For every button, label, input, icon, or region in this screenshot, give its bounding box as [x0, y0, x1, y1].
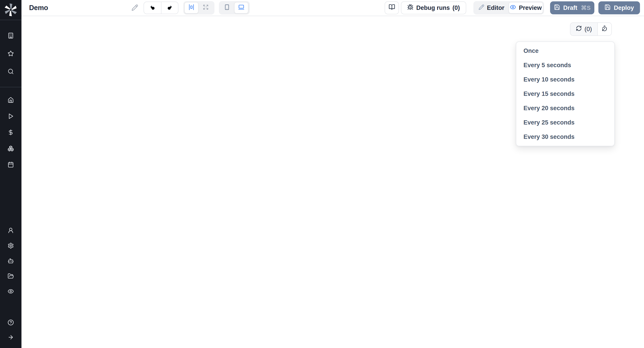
sidebar-group-bottom — [0, 315, 22, 345]
sidebar-group-main — [0, 87, 22, 173]
menu-item-every-30s[interactable]: Every 30 seconds — [516, 130, 614, 144]
sidebar-expand-button[interactable] — [0, 330, 22, 345]
menu-item-every-5s[interactable]: Every 5 seconds — [516, 58, 614, 72]
draft-shortcut: ⌘S — [581, 5, 590, 12]
bot-icon — [8, 258, 14, 265]
refresh-count: (0) — [584, 26, 592, 33]
pencil-icon — [132, 4, 138, 12]
eye-icon — [510, 4, 516, 12]
sidebar-item-users[interactable] — [0, 223, 22, 238]
sidebar-group-workspace — [0, 20, 22, 87]
sidebar-item-folders[interactable] — [0, 269, 22, 284]
editor-tab[interactable]: Editor — [474, 2, 508, 14]
pencil-icon — [478, 4, 484, 12]
star-icon — [8, 50, 14, 57]
schedule-dropdown-menu: Once Every 5 seconds Every 10 seconds Ev… — [516, 41, 615, 146]
bug-icon — [407, 4, 414, 12]
undo-button[interactable] — [144, 2, 161, 14]
sidebar-item-variables[interactable] — [0, 124, 22, 141]
folder-open-icon — [8, 273, 14, 280]
laptop-icon — [238, 4, 244, 12]
redo-button[interactable] — [161, 2, 178, 14]
help-icon — [8, 319, 14, 326]
sidebar-item-schedules[interactable] — [0, 157, 22, 173]
draft-label: Draft — [563, 5, 577, 12]
expand-icon — [203, 4, 209, 12]
rename-app-button[interactable] — [130, 3, 140, 13]
page-title: Demo — [29, 0, 48, 16]
sidebar-item-search[interactable] — [0, 63, 22, 81]
top-bar: Demo — [22, 0, 644, 16]
editor-label: Editor — [487, 5, 504, 12]
calendar-icon — [8, 161, 14, 168]
refresh-icon — [576, 25, 582, 33]
deploy-label: Deploy — [614, 5, 634, 12]
more-options-button[interactable] — [370, 3, 379, 13]
full-width-toggle[interactable] — [199, 2, 213, 14]
sidebar-item-audit[interactable] — [0, 284, 22, 299]
refresh-controls: (0) — [570, 22, 612, 36]
menu-item-every-10s[interactable]: Every 10 seconds — [516, 72, 614, 87]
undo-redo-group — [144, 2, 178, 14]
sidebar-item-favorites[interactable] — [0, 45, 22, 63]
sidebar-item-workers[interactable] — [0, 254, 22, 269]
debug-runs-button[interactable]: Debug runs (0) — [401, 1, 466, 14]
preview-label: Preview — [519, 5, 542, 12]
debug-runs-label: Debug runs — [416, 5, 450, 12]
menu-item-every-20s[interactable]: Every 20 seconds — [516, 101, 614, 115]
redo-icon — [167, 5, 173, 11]
dollar-icon — [8, 129, 14, 136]
preview-tab[interactable]: Preview — [509, 2, 543, 14]
windmill-logo-icon[interactable] — [0, 0, 22, 20]
sidebar-item-home[interactable] — [0, 92, 22, 108]
centered-layout-toggle[interactable] — [184, 2, 198, 14]
refresh-components-button[interactable]: (0) — [570, 23, 597, 35]
debug-runs-count: (0) — [452, 5, 460, 12]
search-icon — [8, 68, 14, 75]
arrow-right-icon — [8, 334, 14, 341]
user-icon — [8, 227, 14, 234]
menu-item-every-15s[interactable]: Every 15 seconds — [516, 87, 614, 101]
app-window: Demo — [0, 0, 644, 348]
sidebar-item-runs[interactable] — [0, 108, 22, 124]
deploy-button[interactable]: Deploy — [598, 1, 640, 14]
sidebar-item-workspace[interactable] — [0, 27, 22, 45]
home-icon — [8, 97, 14, 104]
device-toggle — [219, 1, 250, 15]
menu-item-once[interactable]: Once — [516, 44, 614, 58]
app-canvas: (0) Once Every 5 seconds Every 10 second… — [22, 16, 644, 348]
docs-button[interactable] — [384, 1, 399, 14]
building-icon — [8, 33, 14, 39]
eye-icon — [8, 288, 14, 295]
menu-item-every-25s[interactable]: Every 25 seconds — [516, 115, 614, 130]
sidebar-item-help[interactable] — [0, 315, 22, 330]
desktop-view-toggle[interactable] — [234, 2, 248, 14]
sidebar-group-secondary — [0, 223, 22, 299]
save-draft-button[interactable]: Draft ⌘S — [550, 1, 594, 14]
play-icon — [8, 113, 14, 120]
editor-preview-toggle: Editor Preview — [474, 1, 544, 15]
boxes-icon — [8, 145, 14, 152]
kebab-menu-icon — [371, 4, 378, 12]
side-nav — [0, 0, 22, 348]
undo-icon — [150, 5, 156, 11]
save-icon — [554, 4, 560, 12]
settings-gear-icon — [8, 243, 14, 249]
save-icon — [604, 4, 611, 12]
timer-reset-icon — [602, 25, 608, 33]
sidebar-item-resources[interactable] — [0, 141, 22, 157]
smartphone-icon — [224, 4, 230, 12]
mobile-view-toggle[interactable] — [220, 2, 234, 14]
refresh-history-button[interactable] — [597, 23, 611, 35]
book-open-icon — [389, 4, 395, 12]
sidebar-item-settings[interactable] — [0, 238, 22, 254]
align-horizontal-icon — [188, 4, 194, 12]
canvas-width-toggle — [183, 1, 214, 15]
